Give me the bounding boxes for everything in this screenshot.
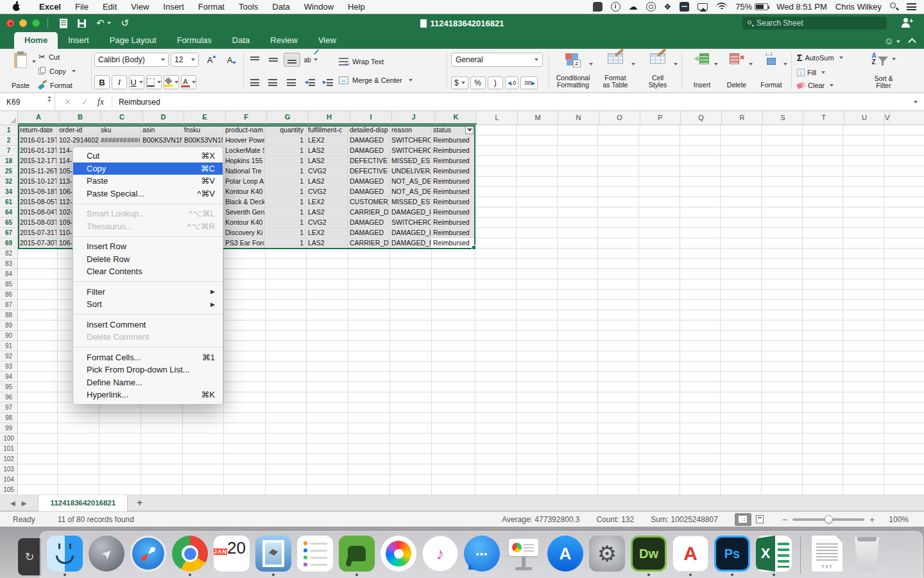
number-format-select[interactable]: General [451, 53, 543, 67]
context-menu-item[interactable]: Clear Contents ▶ [73, 265, 223, 278]
cell[interactable]: DAMAGED [348, 136, 389, 145]
menu-bar-item[interactable]: Help [341, 0, 372, 14]
cell[interactable]: 2016-01-13T [18, 146, 57, 155]
formula-bar-value[interactable]: Reimbursed [119, 98, 160, 107]
cell[interactable]: 1 [265, 207, 306, 217]
menu-bar-item[interactable]: Data [265, 0, 296, 14]
align-top-button[interactable] [246, 53, 263, 67]
context-menu-item[interactable]: Delete Row ▶ [73, 253, 223, 266]
filter-icon[interactable] [465, 126, 474, 134]
cell[interactable]: 1 [265, 197, 306, 207]
cell[interactable]: 102-2914602 [57, 136, 99, 145]
context-menu-item[interactable]: ▶ [73, 236, 223, 237]
cell[interactable]: Seventh Gen [223, 207, 265, 217]
save-button[interactable] [78, 19, 86, 28]
cell[interactable]: SWITCHEROO [389, 136, 431, 145]
cell[interactable]: 2015-08-03T [18, 218, 57, 227]
column-header[interactable]: S [763, 111, 803, 125]
row-header[interactable]: 67 [0, 228, 18, 238]
column-header[interactable]: G [267, 111, 309, 125]
row-header[interactable]: 101 [0, 444, 18, 453]
cell[interactable]: SWITCHEROO [389, 146, 431, 155]
context-menu-item[interactable]: Cut ⌘X ▶ [73, 150, 223, 162]
row-header[interactable]: 91 [0, 341, 18, 351]
menu-bar-item[interactable]: Edit [96, 0, 124, 14]
cell[interactable]: order-id [57, 125, 99, 135]
cell[interactable]: DAMAGED [348, 187, 389, 197]
cell[interactable]: reason [389, 125, 431, 135]
cell[interactable]: 2015-08-05T [18, 197, 57, 207]
collapse-ribbon-icon[interactable] [908, 38, 916, 46]
context-menu-item[interactable]: Paste Special... ^⌘V ▶ [73, 188, 223, 200]
row-header[interactable]: 98 [0, 413, 18, 423]
cell[interactable]: 1 [265, 228, 306, 238]
cloud-status-icon[interactable]: ☁ [629, 2, 638, 12]
dock-system-preferences-icon[interactable]: ⚙ [589, 536, 625, 572]
page-layout-view-button[interactable] [751, 513, 768, 526]
menu-bar-item[interactable]: File [68, 0, 96, 14]
cell[interactable]: 2016-01-19T [18, 136, 57, 145]
name-box[interactable]: K69 [0, 93, 55, 110]
context-menu-item[interactable]: ▶ [73, 347, 223, 347]
select-all-corner[interactable] [0, 111, 18, 125]
name-box-stepper[interactable] [47, 96, 51, 102]
comma-format-button[interactable]: ) [488, 76, 503, 89]
cell[interactable]: quantity [265, 125, 306, 135]
cell[interactable]: DEFECTIVE [348, 156, 389, 166]
cancel-entry-icon[interactable]: ✕ [64, 97, 71, 107]
cell[interactable]: PS3 Ear Forc [223, 238, 265, 248]
cell[interactable]: sku [99, 125, 141, 135]
menu-bar-clock[interactable]: Wed 8:51 PM [776, 2, 827, 12]
cell[interactable]: 1 [265, 177, 306, 186]
row-header[interactable]: 102 [0, 454, 18, 464]
ribbon-tab[interactable]: Formulas [167, 32, 222, 49]
context-menu-item[interactable]: Define Name... ▶ [73, 376, 223, 389]
ribbon-tab[interactable]: Data [222, 32, 260, 49]
spotlight-icon[interactable] [890, 3, 898, 11]
row-header[interactable]: 100 [0, 434, 18, 443]
currency-format-button[interactable]: $ [451, 76, 468, 89]
dock-acrobat-icon[interactable]: A [672, 536, 708, 572]
cell[interactable]: DAMAGED_E [389, 207, 431, 217]
row-header[interactable]: 1 [0, 125, 18, 135]
column-header[interactable]: E [184, 111, 226, 125]
context-menu-item[interactable]: Format Cells... ⌘1 ▶ [73, 351, 223, 364]
wifi-icon[interactable] [716, 3, 727, 11]
sheet-row[interactable]: 98 [0, 413, 924, 423]
cell[interactable]: CVG2 [306, 187, 348, 197]
cell[interactable]: ########### [99, 136, 141, 145]
zoom-slider[interactable] [792, 518, 864, 521]
increase-indent-button[interactable]: ▶ [320, 75, 336, 89]
underline-button[interactable]: U [129, 75, 144, 89]
fill-button[interactable]: ↓Fill [797, 69, 861, 76]
cell[interactable]: detailed-disp [348, 125, 389, 135]
sheet-row[interactable]: 101 [0, 444, 924, 454]
context-menu-item[interactable]: ▶ [73, 204, 223, 204]
dock-trash-icon[interactable] [851, 536, 883, 572]
feedback-smiley-icon[interactable]: ☺ [884, 36, 900, 46]
clear-button[interactable]: Clear [797, 82, 861, 89]
cell[interactable]: Kontour K40 [223, 187, 265, 197]
cell[interactable]: LAS2 [306, 156, 348, 166]
context-menu-item[interactable]: Insert Row ▶ [73, 240, 223, 253]
undo-button[interactable]: ↶ [96, 17, 111, 29]
cell[interactable]: DAMAGED_E [389, 228, 431, 238]
context-menu-item[interactable]: Sort ▶ [73, 298, 223, 311]
ribbon-tab[interactable]: Home [14, 32, 58, 49]
increase-decimal-button[interactable]: ◀.0 [505, 76, 519, 89]
orientation-button[interactable]: ab [302, 53, 319, 67]
cell[interactable]: Reimbursed [431, 156, 475, 166]
cell[interactable]: Black & Deck [223, 197, 265, 207]
cell[interactable]: Reimbursed [431, 187, 475, 197]
cell[interactable]: asin [141, 125, 182, 135]
decrease-indent-button[interactable]: ◀ [302, 75, 318, 89]
close-window-button[interactable] [6, 19, 14, 27]
dock-safari-icon[interactable] [130, 536, 166, 572]
cell[interactable]: Reimbursed [431, 177, 475, 186]
row-header[interactable]: 85 [0, 279, 18, 289]
column-header[interactable]: B [60, 111, 101, 125]
cell[interactable]: SWITCHEROO [389, 218, 431, 227]
row-header[interactable]: 103 [0, 464, 18, 474]
column-header[interactable]: K [436, 111, 477, 125]
wrap-text-button[interactable]: Wrap Text [339, 58, 444, 66]
